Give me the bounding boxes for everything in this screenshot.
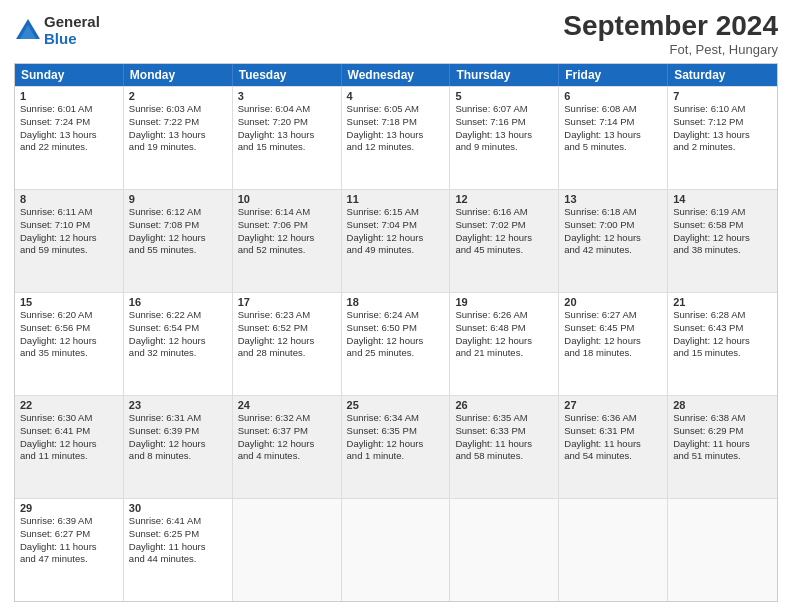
cell-22: 22 Sunrise: 6:30 AM Sunset: 6:41 PM Dayl… (15, 396, 124, 498)
cell-empty-5 (668, 499, 777, 601)
cell-empty-3 (450, 499, 559, 601)
page: General Blue September 2024 Fot, Pest, H… (0, 0, 792, 612)
cell-30: 30 Sunrise: 6:41 AM Sunset: 6:25 PM Dayl… (124, 499, 233, 601)
week-row-5: 29 Sunrise: 6:39 AM Sunset: 6:27 PM Dayl… (15, 498, 777, 601)
cell-2: 2 Sunrise: 6:03 AM Sunset: 7:22 PM Dayli… (124, 87, 233, 189)
cell-11: 11 Sunrise: 6:15 AM Sunset: 7:04 PM Dayl… (342, 190, 451, 292)
cell-7: 7 Sunrise: 6:10 AM Sunset: 7:12 PM Dayli… (668, 87, 777, 189)
cell-4: 4 Sunrise: 6:05 AM Sunset: 7:18 PM Dayli… (342, 87, 451, 189)
cell-8: 8 Sunrise: 6:11 AM Sunset: 7:10 PM Dayli… (15, 190, 124, 292)
header-monday: Monday (124, 64, 233, 86)
calendar-body: 1 Sunrise: 6:01 AM Sunset: 7:24 PM Dayli… (15, 86, 777, 601)
main-title: September 2024 (563, 10, 778, 42)
title-block: September 2024 Fot, Pest, Hungary (563, 10, 778, 57)
header-thursday: Thursday (450, 64, 559, 86)
cell-16: 16 Sunrise: 6:22 AM Sunset: 6:54 PM Dayl… (124, 293, 233, 395)
calendar: Sunday Monday Tuesday Wednesday Thursday… (14, 63, 778, 602)
cell-27: 27 Sunrise: 6:36 AM Sunset: 6:31 PM Dayl… (559, 396, 668, 498)
header-saturday: Saturday (668, 64, 777, 86)
logo-general: General (44, 14, 100, 31)
cell-empty-1 (233, 499, 342, 601)
logo-text: General Blue (44, 14, 100, 47)
cell-empty-4 (559, 499, 668, 601)
logo-blue: Blue (44, 31, 100, 48)
cell-10: 10 Sunrise: 6:14 AM Sunset: 7:06 PM Dayl… (233, 190, 342, 292)
logo: General Blue (14, 14, 100, 47)
cell-6: 6 Sunrise: 6:08 AM Sunset: 7:14 PM Dayli… (559, 87, 668, 189)
cell-19: 19 Sunrise: 6:26 AM Sunset: 6:48 PM Dayl… (450, 293, 559, 395)
cell-20: 20 Sunrise: 6:27 AM Sunset: 6:45 PM Dayl… (559, 293, 668, 395)
cell-23: 23 Sunrise: 6:31 AM Sunset: 6:39 PM Dayl… (124, 396, 233, 498)
cell-21: 21 Sunrise: 6:28 AM Sunset: 6:43 PM Dayl… (668, 293, 777, 395)
header-sunday: Sunday (15, 64, 124, 86)
cell-5: 5 Sunrise: 6:07 AM Sunset: 7:16 PM Dayli… (450, 87, 559, 189)
week-row-1: 1 Sunrise: 6:01 AM Sunset: 7:24 PM Dayli… (15, 86, 777, 189)
cell-empty-2 (342, 499, 451, 601)
cell-14: 14 Sunrise: 6:19 AM Sunset: 6:58 PM Dayl… (668, 190, 777, 292)
header-friday: Friday (559, 64, 668, 86)
cell-26: 26 Sunrise: 6:35 AM Sunset: 6:33 PM Dayl… (450, 396, 559, 498)
week-row-3: 15 Sunrise: 6:20 AM Sunset: 6:56 PM Dayl… (15, 292, 777, 395)
cell-25: 25 Sunrise: 6:34 AM Sunset: 6:35 PM Dayl… (342, 396, 451, 498)
subtitle: Fot, Pest, Hungary (563, 42, 778, 57)
week-row-2: 8 Sunrise: 6:11 AM Sunset: 7:10 PM Dayli… (15, 189, 777, 292)
calendar-header-row: Sunday Monday Tuesday Wednesday Thursday… (15, 64, 777, 86)
cell-24: 24 Sunrise: 6:32 AM Sunset: 6:37 PM Dayl… (233, 396, 342, 498)
cell-15: 15 Sunrise: 6:20 AM Sunset: 6:56 PM Dayl… (15, 293, 124, 395)
cell-18: 18 Sunrise: 6:24 AM Sunset: 6:50 PM Dayl… (342, 293, 451, 395)
cell-29: 29 Sunrise: 6:39 AM Sunset: 6:27 PM Dayl… (15, 499, 124, 601)
header-wednesday: Wednesday (342, 64, 451, 86)
header-tuesday: Tuesday (233, 64, 342, 86)
cell-3: 3 Sunrise: 6:04 AM Sunset: 7:20 PM Dayli… (233, 87, 342, 189)
header: General Blue September 2024 Fot, Pest, H… (14, 10, 778, 57)
cell-28: 28 Sunrise: 6:38 AM Sunset: 6:29 PM Dayl… (668, 396, 777, 498)
cell-13: 13 Sunrise: 6:18 AM Sunset: 7:00 PM Dayl… (559, 190, 668, 292)
cell-1: 1 Sunrise: 6:01 AM Sunset: 7:24 PM Dayli… (15, 87, 124, 189)
cell-12: 12 Sunrise: 6:16 AM Sunset: 7:02 PM Dayl… (450, 190, 559, 292)
logo-icon (14, 17, 42, 45)
cell-17: 17 Sunrise: 6:23 AM Sunset: 6:52 PM Dayl… (233, 293, 342, 395)
cell-9: 9 Sunrise: 6:12 AM Sunset: 7:08 PM Dayli… (124, 190, 233, 292)
week-row-4: 22 Sunrise: 6:30 AM Sunset: 6:41 PM Dayl… (15, 395, 777, 498)
